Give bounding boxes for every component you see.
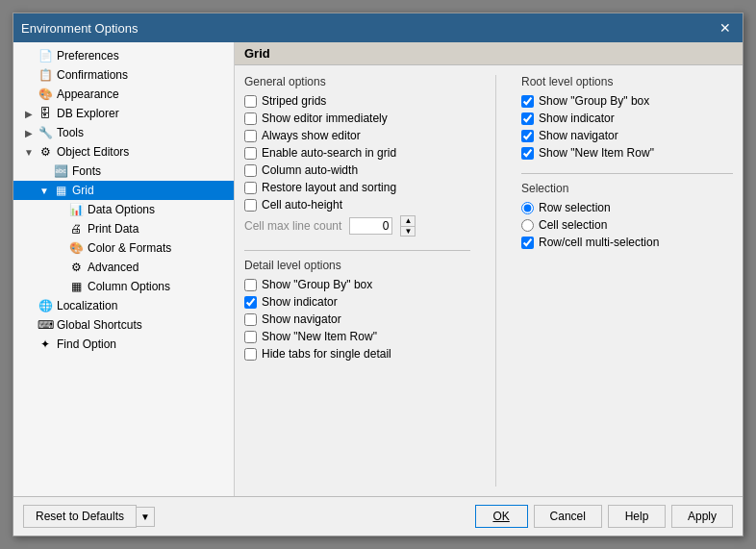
sidebar-item-grid[interactable]: ▼ ▦ Grid bbox=[13, 181, 234, 200]
spinner-row: Cell max line count ▲ ▼ bbox=[244, 215, 470, 237]
checkbox-label-detail-hide-tabs[interactable]: Hide tabs for single detail bbox=[262, 347, 391, 361]
cell-max-line-count-input[interactable] bbox=[349, 217, 392, 235]
sidebar-item-preferences[interactable]: 📄 Preferences bbox=[13, 46, 234, 65]
sidebar-item-advanced[interactable]: ⚙ Advanced bbox=[13, 258, 234, 277]
close-button[interactable]: ✕ bbox=[716, 19, 735, 37]
checkbox-row-striped-grids: Striped grids bbox=[244, 94, 470, 108]
checkbox-always-show-editor[interactable] bbox=[244, 130, 257, 142]
apply-button[interactable]: Apply bbox=[671, 505, 733, 528]
checkbox-row-detail-group-by: Show "Group By" box bbox=[244, 278, 470, 291]
checkbox-detail-indicator[interactable] bbox=[244, 296, 257, 309]
radio-row-row-selection: Row selection bbox=[521, 201, 733, 214]
sidebar-item-label: Column Options bbox=[88, 280, 170, 293]
sidebar-item-column-options[interactable]: ▦ Column Options bbox=[13, 277, 234, 296]
sidebar-item-global-shortcuts[interactable]: ⌨ Global Shortcuts bbox=[13, 315, 234, 335]
confirmations-icon: 📋 bbox=[37, 67, 54, 83]
sidebar-item-label: Tools bbox=[57, 126, 84, 139]
cancel-button[interactable]: Cancel bbox=[534, 505, 602, 528]
data-options-icon: 📊 bbox=[67, 202, 85, 217]
column-separator bbox=[495, 75, 496, 487]
column-options-icon: ▦ bbox=[67, 279, 85, 294]
sidebar-item-fonts[interactable]: 🔤 Fonts bbox=[13, 162, 234, 181]
root-options-label: Root level options bbox=[521, 75, 733, 88]
sidebar-item-data-options[interactable]: 📊 Data Options bbox=[13, 200, 234, 219]
checkbox-root-indicator[interactable] bbox=[521, 112, 534, 125]
checkbox-row-detail-navigator: Show navigator bbox=[244, 312, 470, 326]
tools-icon: 🔧 bbox=[37, 125, 54, 140]
checkbox-label-root-navigator[interactable]: Show navigator bbox=[539, 129, 618, 142]
checkbox-label-detail-new-item[interactable]: Show "New Item Row" bbox=[262, 330, 377, 343]
find-option-icon: ✦ bbox=[37, 337, 54, 352]
checkbox-label-row-cell-multi[interactable]: Row/cell multi-selection bbox=[539, 236, 659, 249]
radio-cell-selection[interactable] bbox=[521, 219, 534, 232]
sidebar-item-label: Data Options bbox=[88, 203, 155, 216]
spinner-down[interactable]: ▼ bbox=[400, 227, 416, 237]
title-bar: Environment Options ✕ bbox=[13, 13, 743, 42]
fonts-icon: 🔤 bbox=[52, 163, 69, 179]
checkbox-label-root-new-item[interactable]: Show "New Item Row" bbox=[539, 146, 654, 160]
ok-button[interactable]: OK bbox=[475, 505, 528, 528]
checkbox-root-new-item[interactable] bbox=[521, 147, 534, 160]
checkbox-enable-auto-search[interactable] bbox=[244, 147, 257, 160]
left-column: General options Striped grids Show edito… bbox=[244, 75, 470, 487]
checkbox-label-restore-layout[interactable]: Restore layout and sorting bbox=[262, 181, 396, 194]
checkbox-label-always-show-editor[interactable]: Always show editor bbox=[262, 129, 361, 142]
sidebar-item-find-option[interactable]: ✦ Find Option bbox=[13, 335, 234, 354]
radio-label-cell-selection[interactable]: Cell selection bbox=[539, 218, 607, 232]
checkbox-cell-auto-height[interactable] bbox=[244, 199, 257, 212]
checkbox-detail-navigator[interactable] bbox=[244, 313, 257, 326]
reset-dropdown-button[interactable]: ▼ bbox=[137, 507, 155, 527]
radio-row-selection[interactable] bbox=[521, 202, 534, 214]
checkbox-restore-layout[interactable] bbox=[244, 182, 257, 194]
radio-label-row-selection[interactable]: Row selection bbox=[539, 201, 611, 214]
sidebar-item-object-editors[interactable]: ▼ ⚙ Object Editors bbox=[13, 142, 234, 162]
print-data-icon: 🖨 bbox=[67, 221, 85, 237]
dialog-body: 📄 Preferences 📋 Confirmations 🎨 Appearan… bbox=[13, 42, 743, 496]
checkbox-label-enable-auto-search[interactable]: Enable auto-search in grid bbox=[262, 146, 396, 160]
grid-icon: ▦ bbox=[52, 183, 69, 198]
radio-row-cell-selection: Cell selection bbox=[521, 218, 733, 232]
sidebar-item-label: Localization bbox=[57, 299, 117, 312]
checkbox-label-column-auto-width[interactable]: Column auto-width bbox=[262, 163, 358, 177]
checkbox-label-striped-grids[interactable]: Striped grids bbox=[262, 94, 326, 108]
checkbox-row-column-auto-width: Column auto-width bbox=[244, 163, 470, 177]
checkbox-label-cell-auto-height[interactable]: Cell auto-height bbox=[262, 198, 342, 212]
checkbox-label-detail-indicator[interactable]: Show indicator bbox=[262, 295, 338, 309]
checkbox-detail-new-item[interactable] bbox=[244, 331, 257, 343]
sidebar-item-db-explorer[interactable]: ▶ 🗄 DB Explorer bbox=[13, 104, 234, 123]
checkbox-label-root-indicator[interactable]: Show indicator bbox=[539, 112, 615, 125]
checkbox-label-show-editor-immediately[interactable]: Show editor immediately bbox=[262, 112, 388, 125]
sidebar-item-label: Preferences bbox=[57, 49, 119, 62]
sidebar-item-print-data[interactable]: 🖨 Print Data bbox=[13, 219, 234, 238]
root-options-group: Root level options Show "Group By" box S… bbox=[521, 75, 733, 160]
sidebar: 📄 Preferences 📋 Confirmations 🎨 Appearan… bbox=[13, 42, 235, 496]
checkbox-row-cell-auto-height: Cell auto-height bbox=[244, 198, 470, 212]
spinner-controls[interactable]: ▲ ▼ bbox=[400, 215, 416, 237]
checkbox-label-root-group-by[interactable]: Show "Group By" box bbox=[539, 94, 649, 108]
sidebar-item-confirmations[interactable]: 📋 Confirmations bbox=[13, 65, 234, 85]
sidebar-item-label: Grid bbox=[72, 184, 94, 197]
checkbox-detail-hide-tabs[interactable] bbox=[244, 348, 257, 361]
sidebar-item-appearance[interactable]: 🎨 Appearance bbox=[13, 85, 234, 104]
checkbox-detail-group-by[interactable] bbox=[244, 279, 257, 291]
checkbox-row-cell-multi[interactable] bbox=[521, 237, 534, 249]
checkbox-label-detail-group-by[interactable]: Show "Group By" box bbox=[262, 278, 372, 291]
checkbox-row-enable-auto-search: Enable auto-search in grid bbox=[244, 146, 470, 160]
checkbox-striped-grids[interactable] bbox=[244, 95, 257, 108]
checkbox-root-group-by[interactable] bbox=[521, 95, 534, 108]
sidebar-item-localization[interactable]: 🌐 Localization bbox=[13, 296, 234, 315]
sidebar-item-color-formats[interactable]: 🎨 Color & Formats bbox=[13, 238, 234, 258]
checkbox-root-navigator[interactable] bbox=[521, 130, 534, 142]
checkbox-label-detail-navigator[interactable]: Show navigator bbox=[262, 312, 341, 326]
sidebar-item-label: Advanced bbox=[88, 261, 139, 274]
footer-right: OK Cancel Help Apply bbox=[475, 505, 733, 528]
spinner-up[interactable]: ▲ bbox=[400, 215, 416, 227]
general-options-group: General options Striped grids Show edito… bbox=[244, 75, 470, 237]
help-button[interactable]: Help bbox=[608, 505, 666, 528]
checkbox-row-detail-indicator: Show indicator bbox=[244, 295, 470, 309]
checkbox-show-editor-immediately[interactable] bbox=[244, 112, 257, 125]
selection-label: Selection bbox=[521, 182, 733, 195]
reset-button[interactable]: Reset to Defaults bbox=[23, 505, 137, 528]
checkbox-column-auto-width[interactable] bbox=[244, 164, 257, 177]
sidebar-item-tools[interactable]: ▶ 🔧 Tools bbox=[13, 123, 234, 142]
